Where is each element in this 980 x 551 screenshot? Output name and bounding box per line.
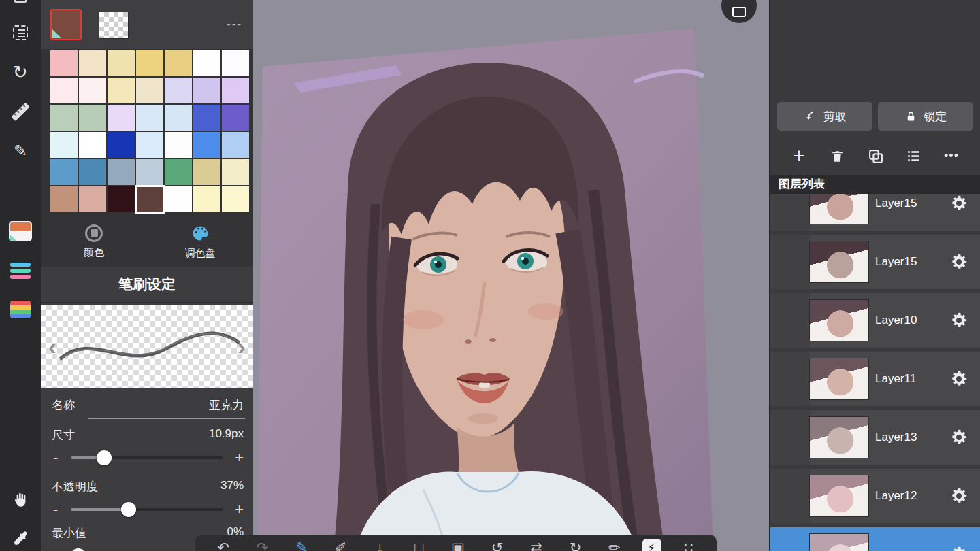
gradient-tool-button[interactable] <box>0 296 41 323</box>
palette-swatch[interactable] <box>79 159 106 185</box>
more-colors-button[interactable]: --- <box>227 18 242 31</box>
brush-icon[interactable]: ✎ <box>290 537 313 551</box>
opacity-slider-track[interactable] <box>71 508 223 511</box>
brush-list-tool-button[interactable] <box>0 257 41 284</box>
size-decrease-button[interactable]: - <box>53 449 58 467</box>
palette-swatch[interactable] <box>165 132 192 158</box>
palette-swatch[interactable] <box>222 105 249 131</box>
layer-row[interactable]: Layer15 <box>770 194 980 235</box>
flip-horizontal-icon[interactable]: ⇄ <box>525 537 548 551</box>
layer-row[interactable]: Layer13 <box>770 410 980 469</box>
palette-swatch[interactable] <box>165 78 192 103</box>
layer-settings-gear-icon[interactable] <box>949 369 969 389</box>
layer-row[interactable]: Layer11 <box>770 352 980 410</box>
palette-swatch[interactable] <box>108 78 135 103</box>
palette-swatch[interactable] <box>79 186 106 212</box>
rotate-right-icon[interactable]: ↻ <box>564 537 587 551</box>
minimum-slider-thumb[interactable] <box>71 548 86 551</box>
tab-palette[interactable]: 调色盘 <box>147 216 253 267</box>
next-brush-arrow[interactable]: › <box>230 305 253 388</box>
palette-swatch[interactable] <box>50 132 78 158</box>
palette-swatch[interactable] <box>193 78 220 103</box>
palette-swatch[interactable] <box>165 159 192 185</box>
palette-swatch[interactable] <box>222 78 249 103</box>
palette-swatch[interactable] <box>108 159 135 185</box>
marker-tool-button[interactable]: ✎ <box>0 137 41 165</box>
select-tool-button[interactable] <box>0 19 41 46</box>
palette-swatch[interactable] <box>79 105 106 131</box>
tab-color[interactable]: 颜色 <box>41 216 147 267</box>
palette-swatch[interactable] <box>136 132 163 158</box>
opacity-slider-thumb[interactable] <box>121 502 136 517</box>
layer-row[interactable] <box>770 527 980 551</box>
drawing-canvas[interactable] <box>253 0 769 551</box>
palette-swatch[interactable] <box>193 186 220 212</box>
palette-swatch[interactable] <box>136 105 163 131</box>
palette-swatch[interactable] <box>136 186 163 212</box>
redo-icon[interactable]: ↷ <box>251 537 274 551</box>
eyedropper-tool-button[interactable] <box>0 525 41 551</box>
rotate-left-icon[interactable]: ↺ <box>486 537 509 551</box>
palette-swatch[interactable] <box>222 159 249 185</box>
size-increase-button[interactable]: + <box>235 449 244 467</box>
palette-swatch[interactable] <box>165 105 192 131</box>
layer-row[interactable]: Layer15 <box>770 235 980 293</box>
palette-swatch[interactable] <box>108 132 135 158</box>
opacity-increase-button[interactable]: + <box>235 501 244 518</box>
palette-swatch[interactable] <box>50 50 78 76</box>
palette-swatch[interactable] <box>165 50 192 76</box>
background-color-swatch[interactable] <box>99 12 129 39</box>
previous-brush-arrow[interactable]: ‹ <box>41 305 64 388</box>
palette-swatch[interactable] <box>108 105 135 131</box>
lock-button[interactable]: 锁定 <box>878 102 973 131</box>
layer-settings-gear-icon[interactable] <box>949 486 969 506</box>
grid-icon[interactable]: ∷ <box>677 537 700 551</box>
palette-swatch[interactable] <box>79 78 106 103</box>
pen-icon[interactable]: ✐ <box>329 537 353 551</box>
download-icon[interactable]: ↓ <box>368 537 391 551</box>
palette-swatch[interactable] <box>222 186 249 212</box>
palette-swatch[interactable] <box>193 132 220 158</box>
foreground-color-swatch[interactable] <box>50 9 82 40</box>
layer-settings-gear-icon[interactable] <box>949 194 969 214</box>
hand-tool-button[interactable] <box>0 486 41 514</box>
ruler-tool-button[interactable] <box>0 98 41 125</box>
undo-icon[interactable]: ↶ <box>212 537 235 551</box>
palette-swatch[interactable] <box>222 50 249 76</box>
duplicate-layer-button[interactable] <box>862 142 889 169</box>
palette-swatch[interactable] <box>108 186 135 212</box>
layer-settings-gear-icon[interactable] <box>949 252 969 272</box>
layer-settings-gear-icon[interactable] <box>949 310 969 331</box>
palette-swatch[interactable] <box>136 78 163 103</box>
color-chip-tool-button[interactable] <box>0 218 41 245</box>
effects-icon[interactable]: ⚡ <box>642 539 662 551</box>
palette-swatch[interactable] <box>108 50 135 76</box>
brush-name-value[interactable]: 亚克力 <box>209 397 244 413</box>
layer-list-view-button[interactable] <box>900 142 927 169</box>
clone-tool-button[interactable] <box>0 0 41 16</box>
add-layer-button[interactable]: + <box>785 142 813 169</box>
palette-swatch[interactable] <box>50 105 78 131</box>
palette-swatch[interactable] <box>165 186 192 212</box>
opacity-decrease-button[interactable]: - <box>53 501 58 518</box>
more-options-button[interactable]: ••• <box>938 142 965 169</box>
palette-swatch[interactable] <box>193 159 220 185</box>
palette-swatch[interactable] <box>79 50 106 76</box>
layer-row[interactable]: Layer12 <box>770 469 980 527</box>
size-slider-track[interactable] <box>71 456 223 459</box>
size-slider-thumb[interactable] <box>97 450 112 465</box>
rotate-view-tool-button[interactable]: ↻ <box>0 59 41 86</box>
palette-swatch[interactable] <box>79 132 106 158</box>
delete-layer-button[interactable] <box>823 142 851 169</box>
palette-swatch[interactable] <box>193 50 220 76</box>
clip-button[interactable]: 剪取 <box>777 102 872 131</box>
palette-swatch[interactable] <box>50 159 78 185</box>
palette-swatch[interactable] <box>50 186 78 212</box>
palette-swatch[interactable] <box>50 78 78 103</box>
paste-icon[interactable]: ▣ <box>446 537 470 551</box>
layer-settings-gear-icon[interactable] <box>949 427 969 448</box>
palette-swatch[interactable] <box>136 50 163 76</box>
palette-swatch[interactable] <box>136 159 163 185</box>
palette-swatch[interactable] <box>222 132 249 158</box>
palette-swatch[interactable] <box>193 105 220 131</box>
